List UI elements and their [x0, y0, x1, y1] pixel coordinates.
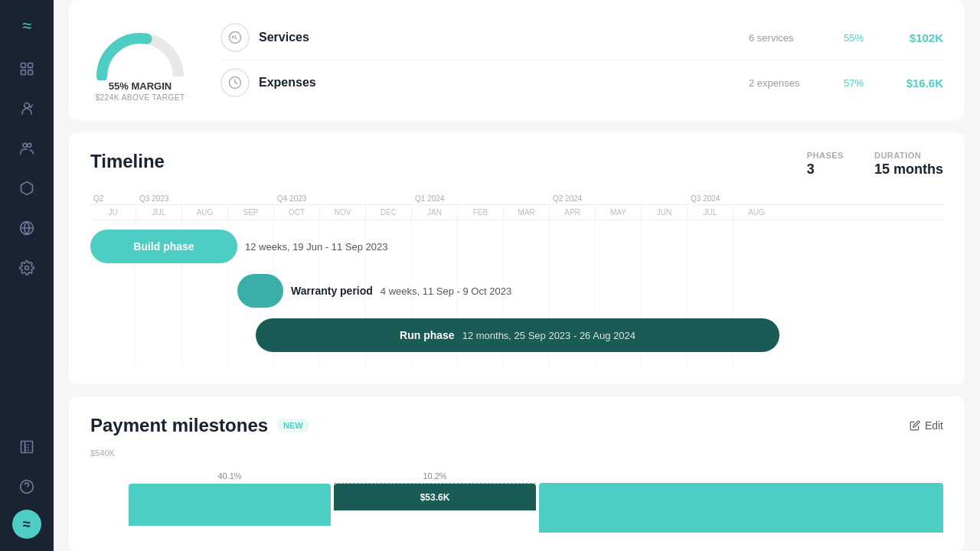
above-target-text: $224K ABOVE TARGET [95, 93, 185, 102]
services-count: 6 services [749, 32, 825, 44]
quarters-row: Q2 Q3 2023 Q4 2023 Q1 2024 Q2 2024 Q3 20… [90, 193, 943, 205]
month-nov: NOV [320, 205, 366, 220]
timeline-header: Timeline PHASES 3 DURATION 15 months [90, 151, 943, 178]
expenses-label: Expenses [259, 76, 740, 90]
avatar[interactable]: ≈ [12, 510, 41, 539]
sidebar-item-help[interactable] [10, 470, 44, 504]
svg-rect-2 [21, 70, 26, 75]
month-aug: AUG [182, 205, 228, 220]
q3-2023-label: Q3 2023 [136, 193, 274, 204]
q3-2024-label: Q3 2024 [688, 193, 779, 204]
chart-bars: 40.1% 10.2% $53.6K [129, 456, 943, 533]
chart-area: $540K 40.1% 10.2% $53.6K [90, 448, 943, 533]
margin-text: 55% MARGIN [109, 80, 172, 92]
milestones-header: Payment milestones NEW Edit [90, 415, 943, 436]
svg-point-4 [24, 103, 30, 109]
q1-2024-label: Q1 2024 [412, 193, 550, 204]
expenses-count: 2 expenses [749, 77, 825, 89]
sidebar-item-user[interactable] [10, 92, 44, 126]
month-may: MAY [596, 205, 642, 220]
months-row: JU JUL AUG SEP OCT NOV DEC JAN FEB MAR A… [90, 205, 943, 220]
chart-bar-3 [539, 471, 943, 533]
svg-rect-3 [28, 70, 33, 75]
month-feb: FEB [458, 205, 504, 220]
phases-meta: PHASES 3 [807, 151, 844, 178]
duration-label: DURATION [874, 151, 943, 160]
duration-value: 15 months [874, 161, 943, 178]
chart-bar-2: 10.2% $53.6K [334, 471, 536, 533]
month-jul: JUL [136, 205, 182, 220]
chart-pct-2: 10.2% [423, 471, 446, 481]
run-phase-bar[interactable]: Run phase 12 months, 25 Sep 2023 - 26 Au… [256, 318, 779, 352]
milestones-title: Payment milestones [90, 415, 268, 436]
timeline-meta: PHASES 3 DURATION 15 months [807, 151, 943, 178]
build-phase-row: Build phase 12 weeks, 19 Jun - 11 Sep 20… [90, 230, 387, 263]
warranty-phase-label: Warranty period [291, 285, 373, 297]
sidebar-item-globe[interactable] [10, 211, 44, 245]
q2-label: Q2 [90, 193, 136, 204]
expenses-icon [220, 68, 250, 97]
chart-pct-1: 40.1% [217, 471, 241, 481]
sidebar: ≈ ≈ [0, 0, 54, 551]
services-icon [220, 23, 250, 52]
month-aug2: AUG [733, 205, 779, 220]
main-content: 55% MARGIN $224K ABOVE TARGET Services 6… [54, 0, 980, 551]
bars-area: Build phase 12 weeks, 19 Jun - 11 Sep 20… [90, 220, 943, 366]
svg-point-5 [29, 106, 31, 108]
services-pct: 55% [835, 32, 873, 44]
phases-value: 3 [807, 161, 844, 178]
svg-point-7 [28, 143, 31, 147]
sidebar-item-settings[interactable] [10, 251, 44, 285]
chart-bar-fill-2: $53.6K [334, 484, 536, 510]
sidebar-bottom: ≈ [10, 430, 44, 539]
month-ju: JU [90, 205, 136, 220]
expenses-pct: 57% [835, 77, 873, 89]
donut-chart: 55% MARGIN $224K ABOVE TARGET [90, 19, 190, 102]
chart-bar-value-2: $53.6K [420, 492, 450, 503]
month-jun2: JUN [642, 205, 688, 220]
timeline-grid-container: Q2 Q3 2023 Q4 2023 Q1 2024 Q2 2024 Q3 20… [90, 193, 943, 366]
q2-2024-label: Q2 2024 [550, 193, 688, 204]
expenses-value: $16.6K [882, 77, 943, 90]
run-phase-detail: 12 months, 25 Sep 2023 - 26 Aug 2024 [462, 330, 635, 341]
logo-icon[interactable]: ≈ [13, 12, 41, 40]
timeline-grid: Q2 Q3 2023 Q4 2023 Q1 2024 Q2 2024 Q3 20… [90, 193, 943, 366]
svg-rect-0 [21, 64, 26, 68]
metric-services: Services 6 services 55% $102K [220, 15, 943, 60]
build-phase-bar[interactable]: Build phase [90, 230, 237, 263]
warranty-phase-row: Warranty period 4 weeks, 11 Sep - 9 Oct … [237, 274, 511, 308]
chart-bar-fill-3 [539, 483, 943, 533]
metrics-list: Services 6 services 55% $102K Expenses 2… [220, 15, 943, 105]
warranty-phase-bar[interactable] [237, 274, 283, 308]
run-phase-row: Run phase 12 months, 25 Sep 2023 - 26 Au… [256, 318, 779, 352]
sidebar-item-building[interactable] [10, 430, 44, 464]
sidebar-item-box[interactable] [10, 171, 44, 205]
timeline-section: Timeline PHASES 3 DURATION 15 months Q2 … [69, 132, 965, 384]
timeline-title: Timeline [90, 151, 165, 172]
month-jan: JAN [412, 205, 458, 220]
month-apr: APR [550, 205, 596, 220]
svg-rect-10 [21, 442, 33, 453]
milestones-section: Payment milestones NEW Edit $540K 40.1% … [69, 396, 965, 551]
duration-meta: DURATION 15 months [874, 151, 943, 178]
month-oct: OCT [274, 205, 320, 220]
edit-icon [910, 420, 920, 431]
sidebar-item-dashboard[interactable] [10, 52, 44, 86]
chart-bar-1: 40.1% [129, 471, 331, 533]
milestones-title-area: Payment milestones NEW [90, 415, 309, 436]
month-mar: MAR [504, 205, 550, 220]
build-phase-detail: 12 weeks, 19 Jun - 11 Sep 2023 [245, 241, 387, 253]
month-dec: DEC [366, 205, 412, 220]
sidebar-item-team[interactable] [10, 132, 44, 165]
month-sep: SEP [228, 205, 274, 220]
svg-rect-1 [28, 64, 33, 68]
edit-button[interactable]: Edit [910, 419, 943, 432]
chart-bar-fill-1 [129, 484, 331, 526]
phases-label: PHASES [807, 151, 844, 160]
warranty-phase-detail: 4 weeks, 11 Sep - 9 Oct 2023 [381, 285, 511, 297]
new-badge: NEW [277, 419, 309, 432]
services-label: Services [259, 31, 740, 44]
svg-point-6 [23, 143, 27, 147]
q4-2023-label: Q4 2023 [274, 193, 412, 204]
metric-expenses: Expenses 2 expenses 57% $16.6K [220, 60, 943, 105]
